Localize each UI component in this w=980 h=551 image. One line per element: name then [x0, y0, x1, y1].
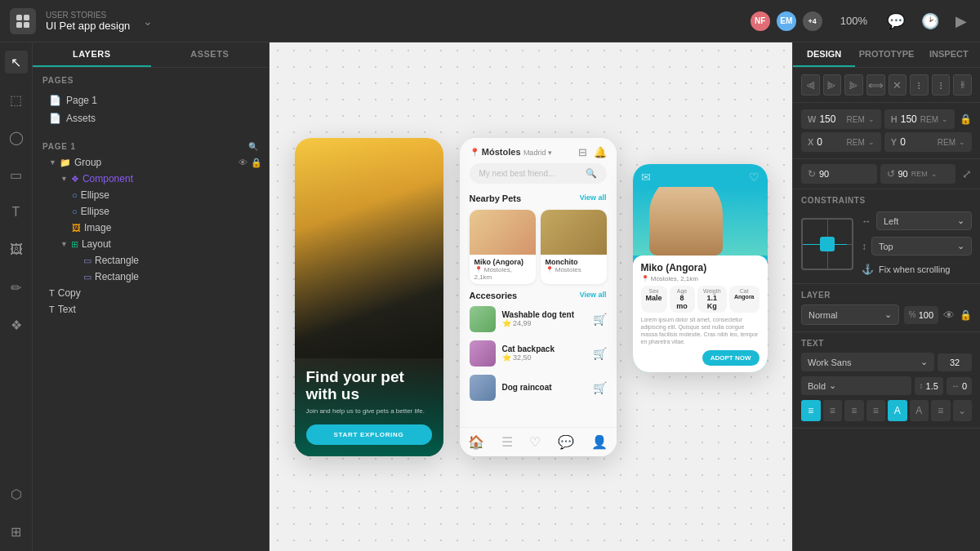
ellipse-tool-icon[interactable]: ◯ — [5, 126, 28, 149]
font-family-select[interactable]: Work Sans ⌄ — [801, 353, 934, 371]
delete-icon[interactable]: ✕ — [889, 74, 907, 96]
font-style-select[interactable]: Bold ⌄ — [801, 376, 911, 395]
text-fill-btn[interactable]: A — [910, 400, 929, 421]
layer-ellipse1[interactable]: ○ Ellipse — [33, 187, 269, 203]
eye-icon[interactable]: 👁 — [238, 158, 247, 168]
shape-icon[interactable]: ⬡ — [5, 482, 28, 505]
acc-item-2[interactable]: Cat backpack ⭐ 32,50 🛒 — [460, 336, 617, 371]
vertical-constraint-icon: ↕ — [862, 241, 866, 252]
assets-item[interactable]: 📄 Assets — [42, 109, 259, 127]
height-field[interactable]: H 150 REM ⌄ — [884, 109, 955, 129]
layer-rect2[interactable]: ▭ Rectangle — [33, 269, 269, 285]
align-left-icon[interactable]: ⫷ — [801, 74, 820, 96]
horizontal-constraint-select[interactable]: Left ⌄ — [876, 211, 972, 230]
text-tool-icon[interactable]: T — [5, 201, 28, 224]
distribute-h-icon[interactable]: ⟺ — [866, 74, 885, 96]
opacity-field[interactable]: % 100 — [904, 306, 938, 324]
vertical-constraint-row: ↕ Top ⌄ — [862, 237, 972, 256]
layer-group[interactable]: ▼ 📁 Group 👁 🔒 — [33, 154, 269, 171]
layer-component[interactable]: ▼ ❖ Component — [33, 171, 269, 187]
tab-layers[interactable]: LAYERS — [33, 42, 151, 67]
list-nav-icon[interactable]: ☰ — [501, 434, 513, 450]
layer-layout[interactable]: ▼ ⊞ Layout — [33, 236, 269, 252]
text-color-btn[interactable]: A — [888, 400, 907, 421]
bell-icon[interactable]: 🔔 — [594, 146, 607, 158]
width-field[interactable]: W 150 REM ⌄ — [801, 109, 881, 129]
lock-layer-icon[interactable]: 🔒 — [960, 309, 972, 321]
acc-item-3[interactable]: Dog raincoat 🛒 — [460, 371, 617, 405]
title-chevron-icon[interactable]: ⌄ — [143, 15, 153, 28]
stat-age: Age 8 mo — [670, 286, 695, 313]
y-field[interactable]: Y 0 REM ⌄ — [884, 132, 972, 152]
rotate-field[interactable]: ↻ 90 — [801, 164, 877, 184]
letter-spacing-field[interactable]: ↔ 0 — [947, 377, 972, 395]
align-right-icon[interactable]: ⫸ — [844, 74, 863, 96]
phone1-btn[interactable]: START EXPLORING — [306, 424, 432, 445]
cart-icon[interactable]: 🛒 — [593, 313, 607, 326]
tab-prototype[interactable]: PROTOTYPE — [855, 42, 917, 67]
tab-inspect[interactable]: INSPECT — [918, 42, 980, 67]
component-icon[interactable]: ❖ — [5, 313, 28, 336]
text-more-btn[interactable]: ⌄ — [953, 400, 973, 421]
font-size-field[interactable]: 32 — [938, 353, 972, 371]
lock-dimensions-icon[interactable]: 🔒 — [960, 113, 972, 125]
layer-rect1[interactable]: ▭ Rectangle — [33, 252, 269, 269]
line-height-field[interactable]: ↕ 1.5 — [915, 377, 943, 395]
frame-icon[interactable]: ⬚ — [5, 88, 28, 111]
play-icon[interactable]: ▶ — [952, 9, 970, 33]
pet-card-1[interactable]: Miko (Angora) 📍 Móstoles, 2,1km — [470, 210, 536, 284]
layer-image[interactable]: 🖼 Image — [33, 220, 269, 236]
phone3-heart-icon[interactable]: ♡ — [749, 171, 760, 184]
phone2-search[interactable]: My next best friend... 🔍 — [470, 163, 607, 184]
page1-item[interactable]: 📄 Page 1 — [42, 91, 259, 109]
text-stroke-btn[interactable]: ≡ — [931, 400, 951, 421]
align-justify-text-btn[interactable]: ≡ — [866, 400, 886, 421]
sidebar-icons: ↖ ⬚ ◯ ▭ T 🖼 ✏ ❖ ⬡ ⊞ — [0, 42, 33, 551]
align-center-text-btn[interactable]: ≡ — [823, 400, 843, 421]
y-label: Y — [891, 137, 897, 147]
align-top-icon[interactable]: ⫶ — [910, 74, 929, 96]
eye-layer-icon[interactable]: 👁 — [943, 309, 955, 322]
cursor-icon[interactable]: ↖ — [5, 51, 28, 73]
cart3-icon[interactable]: 🛒 — [593, 381, 607, 394]
blend-mode-select[interactable]: Normal ⌄ — [801, 304, 899, 325]
filter-icon[interactable]: ⊟ — [578, 146, 587, 158]
layer-ellipse2[interactable]: ○ Ellipse — [33, 203, 269, 220]
vertical-constraint-select[interactable]: Top ⌄ — [871, 237, 972, 256]
tab-assets[interactable]: ASSETS — [151, 42, 270, 67]
search-icon[interactable]: 🔍 — [248, 142, 259, 151]
heart-nav-icon[interactable]: ♡ — [529, 434, 541, 450]
layer-copy[interactable]: T Copy — [33, 285, 269, 301]
rect-tool-icon[interactable]: ▭ — [5, 163, 28, 186]
distribute-v-icon[interactable]: ⫵ — [953, 74, 972, 96]
pet-card-2[interactable]: Monchito 📍 Móstoles — [541, 210, 607, 284]
chat-nav-icon[interactable]: 💬 — [558, 434, 574, 450]
cart2-icon[interactable]: 🛒 — [593, 347, 607, 360]
tab-design[interactable]: DESIGN — [793, 42, 855, 67]
align-middle-v-icon[interactable]: ⫶ — [932, 74, 951, 96]
text-layer-icon: T — [49, 304, 55, 314]
rotate2-field[interactable]: ↺ 90 REM ⌄ — [880, 164, 956, 184]
acc-item-1[interactable]: Washable dog tent ⭐ 24,99 🛒 — [460, 302, 617, 336]
chat-icon[interactable]: 💬 — [884, 9, 908, 33]
image-tool-icon[interactable]: 🖼 — [5, 238, 28, 261]
grid-icon[interactable]: ⊞ — [5, 520, 28, 543]
expand-icon[interactable]: ⤢ — [962, 167, 972, 180]
view-all-acc[interactable]: View all — [580, 291, 607, 300]
align-right-text-btn[interactable]: ≡ — [844, 400, 864, 421]
accessories-title: Accesories View all — [460, 287, 617, 302]
view-all-nearby[interactable]: View all — [580, 193, 607, 203]
pen-tool-icon[interactable]: ✏ — [5, 276, 28, 299]
constraint-center-box — [820, 237, 835, 251]
phone3-adopt-btn[interactable]: ADOPT NOW — [702, 350, 760, 366]
phone3-mail-icon[interactable]: ✉ — [641, 171, 651, 184]
history-icon[interactable]: 🕑 — [918, 9, 942, 33]
align-center-h-icon[interactable]: ⫸ — [823, 74, 842, 96]
lock-icon[interactable]: 🔒 — [251, 158, 262, 168]
zoom-level[interactable]: 100% — [840, 15, 867, 27]
profile-nav-icon[interactable]: 👤 — [591, 434, 608, 450]
align-left-text-btn[interactable]: ≡ — [801, 400, 821, 421]
home-nav-icon[interactable]: 🏠 — [468, 434, 484, 450]
layer-text[interactable]: T Text — [33, 301, 269, 318]
x-field[interactable]: X 0 REM ⌄ — [801, 132, 881, 152]
